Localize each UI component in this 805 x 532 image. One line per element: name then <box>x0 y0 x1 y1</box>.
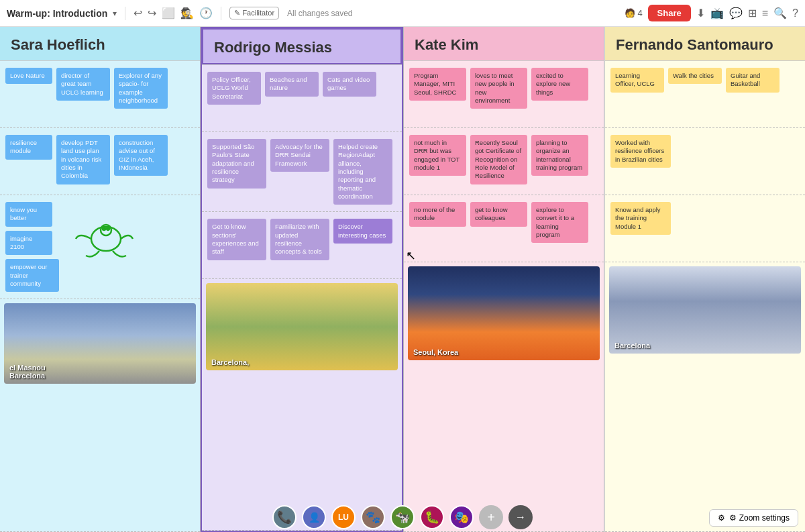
col-rodrigo: Rodrigo Messias Policy Officer, UCLG Wor… <box>201 27 403 532</box>
sara-row-3: know you better imagine 2100 empower our… <box>0 195 200 299</box>
list-item[interactable]: loves to meet new people in new environm… <box>470 68 527 109</box>
title-dropdown-icon[interactable]: ▾ <box>113 9 117 18</box>
board-title[interactable]: Warm-up: Introduction <box>7 8 107 19</box>
svg-point-0 <box>91 227 121 251</box>
rodrigo-row-1: Policy Officer, UCLG World Secretariat B… <box>202 65 402 132</box>
list-item[interactable]: Get to know sections' experiences and st… <box>207 219 266 260</box>
list-icon[interactable]: ≡ <box>762 7 768 19</box>
bottom-bar: 📞 👤 LU 🐾 🐄 🐛 🎭 + → <box>0 502 805 532</box>
list-item[interactable]: Know and apply the training Module 1 <box>610 202 671 235</box>
list-item[interactable]: construction advise out of GIZ in Aceh, … <box>114 135 168 176</box>
list-item[interactable]: not much in DRR but was engaged in TOT m… <box>409 135 466 176</box>
list-item[interactable]: no more of the module <box>409 202 466 227</box>
sara-row-img: el MasnouBarcelona <box>0 299 200 532</box>
zoom-label: ⚙ Zoom settings <box>729 513 790 523</box>
add-participant-button[interactable]: + <box>479 505 503 529</box>
kate-body: Program Manager, MITI Seoul, SHRDC loves… <box>404 60 604 532</box>
comment-icon[interactable]: 💬 <box>729 7 743 19</box>
avatar-paw[interactable]: 🐾 <box>361 505 385 529</box>
fernando-row-1: Learning Officer, UCLG Walk the cities G… <box>605 61 805 128</box>
kate-row-2: not much in DRR but was engaged in TOT m… <box>404 128 604 195</box>
sep1 <box>125 7 125 20</box>
list-item[interactable]: resilience module <box>5 135 52 160</box>
list-item[interactable]: Recently Seoul got Certificate of Recogn… <box>470 135 527 184</box>
list-item[interactable]: Walk the cities <box>668 68 722 84</box>
avatar-phone[interactable]: 📞 <box>272 505 297 529</box>
present-icon[interactable]: 📺 <box>710 7 724 19</box>
kate-image: Seoul, Korea <box>408 266 600 360</box>
spy-icon[interactable]: 🕵️ <box>180 7 194 19</box>
download-icon[interactable]: ⬇ <box>696 7 705 19</box>
save-status: All changes saved <box>287 9 352 18</box>
fernando-header: Fernando Santomauro <box>605 27 805 60</box>
user-count: 🧑 4 <box>625 8 643 18</box>
svg-point-2 <box>103 227 105 230</box>
list-item[interactable]: develop PDT land use plan in volcano ris… <box>56 135 110 184</box>
timer-icon[interactable]: 🕐 <box>199 7 213 19</box>
col-sara: Sara Hoeflich Love Nature director of gr… <box>0 27 201 532</box>
zoom-icon[interactable]: 🔍 <box>773 7 787 19</box>
list-item[interactable]: Cats and video games <box>323 72 376 97</box>
list-item[interactable]: Learning Officer, UCLG <box>610 68 664 93</box>
avatar-masks[interactable]: 🎭 <box>449 505 474 529</box>
list-item[interactable]: Worked with resilience officers in Brazi… <box>610 135 671 168</box>
list-item[interactable]: Supported São Paulo's State adaptation a… <box>207 139 266 189</box>
undo-icon[interactable]: ↩ <box>133 7 142 19</box>
fernando-body: Learning Officer, UCLG Walk the cities G… <box>605 60 805 532</box>
help-icon[interactable]: ? <box>792 7 798 19</box>
list-item[interactable]: planning to organize an international tr… <box>531 135 588 176</box>
fernando-row-img: Barcelona <box>605 262 805 532</box>
list-item[interactable]: excited to explore new things <box>531 68 588 101</box>
sep2 <box>221 7 221 20</box>
facilitator-badge[interactable]: ✎ Facilitator <box>229 7 279 19</box>
list-item[interactable]: Love Nature <box>5 68 52 84</box>
list-item[interactable]: imagine 2100 <box>5 231 52 256</box>
canvas: Sara Hoeflich Love Nature director of gr… <box>0 27 805 532</box>
sara-image-label: el MasnouBarcelona <box>9 364 46 380</box>
kate-row-img: Seoul, Korea <box>404 262 604 532</box>
fernando-row-2: Worked with resilience officers in Brazi… <box>605 128 805 195</box>
list-item[interactable]: Beaches and nature <box>265 72 319 97</box>
list-item[interactable]: Program Manager, MITI Seoul, SHRDC <box>409 68 466 101</box>
zoom-settings-button[interactable]: ⚙ ⚙ Zoom settings <box>709 509 798 527</box>
kate-header: Kate Kim <box>404 27 604 60</box>
list-item[interactable]: Familiarize with updated resilience conc… <box>270 219 329 260</box>
list-item[interactable]: know you better <box>5 202 52 227</box>
sara-row-1: Love Nature director of great team UCLG … <box>0 61 200 128</box>
drawing-sketch <box>66 202 140 269</box>
sara-image: el MasnouBarcelona <box>4 303 196 384</box>
kate-image-label: Seoul, Korea <box>413 348 458 356</box>
rodrigo-image-label: Barcelona, <box>211 358 249 366</box>
avatar-lu[interactable]: LU <box>331 505 356 529</box>
list-item[interactable]: empower our trainer community <box>5 259 59 292</box>
list-item[interactable]: Explorer of any spacio- for example neig… <box>114 68 168 109</box>
share-button[interactable]: Share <box>648 5 691 21</box>
list-item[interactable]: Guitar and Basketball <box>726 68 780 93</box>
navigate-button[interactable]: → <box>508 505 533 529</box>
list-item[interactable]: get to know colleagues <box>470 202 527 227</box>
list-item[interactable]: director of great team UCLG learning <box>56 68 110 101</box>
gear-icon: ⚙ <box>718 513 725 523</box>
col-kate: Kate Kim Program Manager, MITI Seoul, SH… <box>403 27 604 532</box>
list-item[interactable]: Discover interesting cases <box>333 219 392 244</box>
fernando-image-label: Barcelona <box>614 341 650 350</box>
redo-icon[interactable]: ↪ <box>148 7 156 19</box>
avatar-bug[interactable]: 🐛 <box>420 505 444 529</box>
kate-row-3: no more of the module get to know collea… <box>404 195 604 262</box>
svg-point-3 <box>107 227 109 230</box>
list-item[interactable]: Advocacy for the DRR Sendai Framework <box>270 139 329 172</box>
frame-icon[interactable]: ⬜ <box>162 7 175 19</box>
sara-row-2: resilience module develop PDT land use p… <box>0 128 200 195</box>
avatar-user1[interactable]: 👤 <box>302 505 326 529</box>
list-item[interactable]: Helped create RegionAdapt alliance, incl… <box>333 139 392 205</box>
fernando-image: Barcelona <box>609 266 801 354</box>
kate-row-1: Program Manager, MITI Seoul, SHRDC loves… <box>404 61 604 128</box>
list-item[interactable]: explore to convert it to a learning prog… <box>531 202 588 243</box>
toolbar: Warm-up: Introduction ▾ ↩ ↪ ⬜ 🕵️ 🕐 ✎ Fac… <box>0 0 805 27</box>
grid-icon[interactable]: ⊞ <box>748 7 757 19</box>
rodrigo-body: Policy Officer, UCLG World Secretariat B… <box>202 64 402 531</box>
rodrigo-row-img: Barcelona, <box>202 279 402 531</box>
avatar-cow[interactable]: 🐄 <box>390 505 415 529</box>
list-item[interactable]: Policy Officer, UCLG World Secretariat <box>207 72 261 105</box>
fernando-row-3: Know and apply the training Module 1 <box>605 195 805 262</box>
